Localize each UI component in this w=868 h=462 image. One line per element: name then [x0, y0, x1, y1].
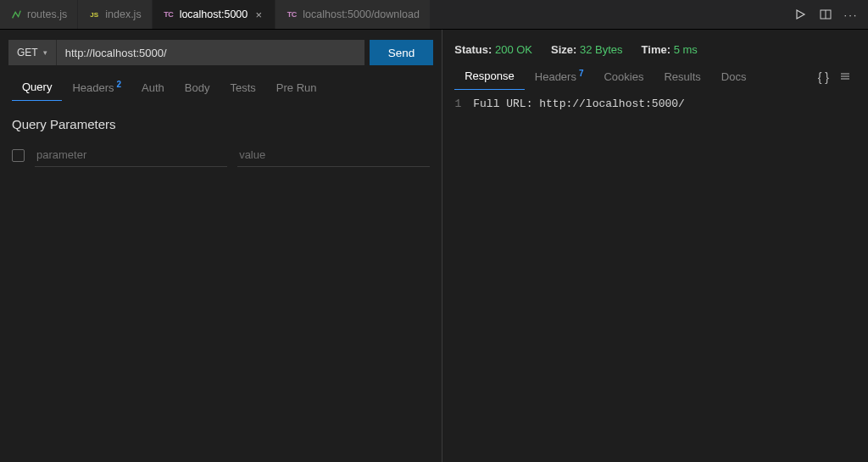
status-value: 200 OK	[495, 43, 532, 56]
time-label: Time:	[642, 43, 670, 56]
subtab-body[interactable]: Body	[175, 75, 220, 101]
editor-tabstrip: routes.js JS index.js TC localhost:5000 …	[0, 0, 868, 30]
tab-localhost-5000-download[interactable]: TC localhost:5000/download	[275, 0, 431, 29]
request-pane: GET ▾ Send Query Headers2 Auth Body Test…	[0, 30, 442, 462]
split-editor-icon[interactable]	[819, 8, 832, 21]
tab-label: localhost:5000/download	[303, 8, 420, 20]
status-label: Status:	[454, 43, 492, 56]
editor-tabs: routes.js JS index.js TC localhost:5000 …	[0, 0, 431, 29]
resptab-headers[interactable]: Headers7	[525, 65, 594, 90]
subtab-label: Headers	[72, 81, 114, 94]
query-param-row	[0, 140, 442, 170]
time-value: 5 ms	[674, 43, 698, 56]
request-subtabs: Query Headers2 Auth Body Tests Pre Run	[0, 75, 442, 102]
param-enable-checkbox[interactable]	[12, 149, 25, 162]
line-number: 1	[442, 96, 473, 113]
resptab-response[interactable]: Response	[454, 64, 525, 90]
send-button[interactable]: Send	[370, 40, 434, 65]
resptab-cookies[interactable]: Cookies	[593, 65, 654, 90]
js-icon: JS	[88, 8, 100, 20]
braces-icon[interactable]: { }	[813, 67, 834, 87]
subtab-tests[interactable]: Tests	[220, 75, 266, 101]
tab-label: index.js	[105, 8, 141, 20]
query-section-title: Query Parameters	[0, 102, 442, 140]
tab-label: routes.js	[27, 8, 67, 20]
url-bar: GET ▾ Send	[0, 30, 442, 75]
time-block: Time: 5 ms	[642, 43, 698, 56]
param-key-input[interactable]	[35, 143, 227, 167]
param-value-input[interactable]	[237, 143, 430, 167]
subtab-query[interactable]: Query	[12, 75, 62, 101]
thunderclient-icon: TC	[163, 8, 175, 20]
subtab-label: Docs	[721, 70, 747, 83]
subtab-label: Response	[465, 70, 515, 82]
close-icon[interactable]: ×	[253, 8, 264, 21]
tab-routes-js[interactable]: routes.js	[0, 0, 78, 29]
more-icon[interactable]: ···	[844, 8, 858, 21]
response-subtabs: Response Headers7 Cookies Results Docs {…	[442, 64, 868, 91]
response-pane: Status: 200 OK Size: 32 Bytes Time: 5 ms…	[442, 30, 868, 462]
subtab-headers[interactable]: Headers2	[62, 75, 131, 101]
headers-badge: 7	[579, 69, 584, 78]
subtab-prerun[interactable]: Pre Run	[266, 75, 327, 101]
url-input[interactable]	[57, 40, 364, 65]
resptab-docs[interactable]: Docs	[711, 65, 757, 90]
status-block: Status: 200 OK	[454, 43, 532, 56]
subtab-label: Tests	[231, 81, 256, 94]
subtab-label: Body	[185, 81, 210, 94]
response-line: Full URL: http://localhost:5000/	[473, 97, 685, 110]
response-statusline: Status: 200 OK Size: 32 Bytes Time: 5 ms	[442, 30, 868, 64]
subtab-label: Cookies	[604, 70, 643, 83]
tabstrip-actions: ···	[783, 0, 868, 29]
tab-localhost-5000[interactable]: TC localhost:5000 ×	[153, 0, 276, 29]
http-method-label: GET	[17, 47, 38, 58]
route-icon	[10, 8, 22, 20]
subtab-label: Headers	[535, 70, 576, 83]
size-block: Size: 32 Bytes	[551, 43, 623, 56]
tab-index-js[interactable]: JS index.js	[78, 0, 152, 29]
response-body[interactable]: 1Full URL: http://localhost:5000/	[442, 91, 868, 113]
subtab-label: Auth	[142, 81, 164, 94]
size-value: 32 Bytes	[580, 43, 623, 56]
run-icon[interactable]	[793, 8, 807, 21]
chevron-down-icon: ▾	[43, 48, 47, 57]
subtab-label: Results	[664, 70, 700, 83]
resptab-results[interactable]: Results	[654, 65, 710, 90]
subtab-auth[interactable]: Auth	[131, 75, 175, 101]
size-label: Size:	[551, 43, 576, 56]
menu-icon[interactable]	[834, 67, 856, 88]
headers-badge: 2	[117, 80, 122, 89]
http-method-select[interactable]: GET ▾	[8, 40, 57, 65]
thunderclient-icon: TC	[286, 8, 298, 20]
subtab-label: Query	[22, 81, 52, 93]
subtab-label: Pre Run	[276, 81, 317, 94]
panes: GET ▾ Send Query Headers2 Auth Body Test…	[0, 30, 868, 462]
tab-label: localhost:5000	[180, 8, 248, 20]
